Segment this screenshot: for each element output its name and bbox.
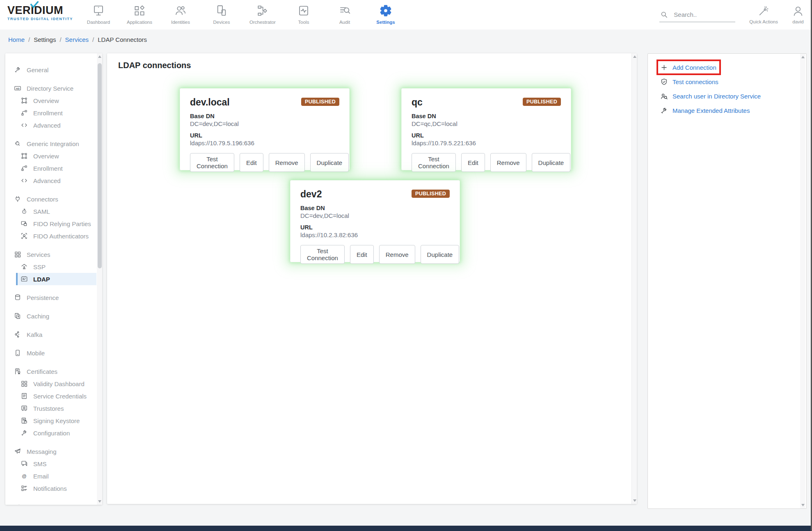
actions-scrollbar[interactable] (800, 54, 805, 508)
main-scrollbar[interactable] (631, 53, 637, 504)
scroll-up-arrow-icon[interactable] (98, 55, 101, 58)
veridium-settings-page: VERIDIUM TRUSTED DIGITAL IDENTITY Dashbo… (0, 0, 812, 531)
connection-actions-panel: Add Connection Test connections Search u… (647, 53, 807, 509)
scroll-up-arrow-icon[interactable] (801, 56, 805, 58)
device-lock-icon (21, 220, 28, 227)
sidebar-item-mobile[interactable]: Mobile (5, 347, 96, 359)
sidebar-item-saml[interactable]: SAML (5, 205, 96, 217)
actions-list: Add Connection Test connections Search u… (648, 54, 806, 116)
audit-icon (338, 4, 351, 17)
action-search-user-in-directory-service[interactable]: Search user in Directory Service (660, 91, 761, 101)
sidebar-item-advanced[interactable]: Advanced (5, 174, 96, 187)
sidebar-item-directory-service[interactable]: AD Directory Service (5, 82, 96, 94)
global-search[interactable] (659, 6, 735, 22)
sidebar-scrollbar[interactable] (97, 53, 102, 505)
base-dn-label: Base DN (300, 205, 450, 211)
tools-icon (297, 4, 310, 17)
sidebar-item-general[interactable]: General (5, 64, 96, 76)
sidebar-item-enrollment[interactable]: Enrollment (5, 107, 96, 119)
nodes-icon (21, 152, 28, 160)
duplicate-button[interactable]: Duplicate (310, 153, 349, 172)
scroll-down-arrow-icon[interactable] (801, 504, 805, 506)
search-icon (660, 11, 668, 18)
duplicate-button[interactable]: Duplicate (532, 153, 571, 172)
scrollbar-thumb[interactable] (98, 63, 102, 268)
base-dn-label: Base DN (190, 113, 339, 119)
sidebar-item-fido-authenticators[interactable]: FIDO Authenticators (5, 230, 96, 242)
sidebar-item-enrollment[interactable]: Enrollment (5, 162, 96, 174)
connection-name: qc (412, 97, 423, 108)
sidebar-item-truststores[interactable]: Truststores (5, 402, 96, 414)
sidebar-item-caching[interactable]: Caching (5, 310, 96, 322)
sidebar-item-messaging[interactable]: Messaging (5, 445, 96, 458)
nav-item-identities[interactable]: Identities (160, 2, 201, 28)
caching-icon (14, 312, 21, 320)
sidebar-item-ssp[interactable]: SSP (5, 261, 96, 273)
scroll-down-arrow-icon[interactable] (98, 500, 101, 503)
breadcrumb-home: Home (8, 36, 25, 43)
sidebar-item-connectors[interactable]: Connectors (5, 193, 96, 205)
groups-icon (14, 503, 21, 505)
duplicate-button[interactable]: Duplicate (421, 245, 460, 264)
sidebar-item-validity-dashboard[interactable]: Validity Dashboard (5, 378, 96, 390)
nav-item-audit[interactable]: Audit (324, 2, 365, 28)
sidebar-item-services[interactable]: Services (5, 248, 96, 261)
primary-nav: Dashboard Applications Identities Device… (78, 2, 406, 28)
sidebar-item-sms[interactable]: SMS (5, 458, 96, 470)
ssp-icon (21, 263, 28, 270)
sidebar-item-kafka[interactable]: Kafka (5, 328, 96, 341)
sidebar-item-persistence[interactable]: Persistence (5, 291, 96, 304)
ldap-connection-card: dev2 PUBLISHED Base DN DC=dev,DC=local U… (290, 180, 460, 262)
status-badge: PUBLISHED (523, 98, 561, 106)
sidebar-item-email[interactable]: @ Email (5, 470, 96, 482)
test-connection-button[interactable]: Test Connection (190, 153, 234, 172)
edit-button[interactable]: Edit (350, 245, 374, 264)
sidebar-item-ldap[interactable]: LDAP (16, 273, 96, 285)
sidebar-item-configuration[interactable]: Configuration (5, 427, 96, 439)
edit-button[interactable]: Edit (240, 153, 263, 172)
sidebar-item-overview[interactable]: Overview (5, 94, 96, 107)
ldap-connections-panel: LDAP connections dev.local PUBLISHED Bas… (107, 53, 637, 504)
sidebar-item-advanced[interactable]: Advanced (5, 119, 96, 131)
send-icon (14, 448, 21, 455)
remove-button[interactable]: Remove (379, 245, 415, 264)
user-menu[interactable]: david (792, 3, 804, 24)
monitor-icon (92, 4, 105, 17)
scroll-up-arrow-icon[interactable] (633, 55, 636, 58)
quick-actions-button[interactable]: Quick Actions (749, 3, 778, 24)
sidebar-item-groups-roles[interactable]: Groups & Roles (5, 501, 96, 505)
action-test-connections[interactable]: Test connections (660, 76, 718, 87)
sidebar-item-service-credentials[interactable]: Service Credentials (5, 390, 96, 402)
search-input[interactable] (674, 11, 734, 18)
remove-button[interactable]: Remove (269, 153, 305, 172)
url-value: ldaps://10.79.5.196:636 (190, 140, 339, 146)
devices-icon (215, 4, 228, 17)
action-add-connection[interactable]: Add Connection (660, 62, 716, 73)
nav-item-dashboard[interactable]: Dashboard (78, 2, 119, 28)
sidebar-item-signing-keystore[interactable]: Signing Keystore (5, 414, 96, 427)
scroll-down-arrow-icon[interactable] (633, 499, 636, 502)
nav-item-tools[interactable]: Tools (283, 2, 324, 28)
grid-icon (21, 380, 28, 387)
veridium-logo[interactable]: VERIDIUM TRUSTED DIGITAL IDENTITY (7, 5, 77, 21)
edit-button[interactable]: Edit (461, 153, 485, 172)
nav-item-orchestrator[interactable]: Orchestrator (242, 2, 283, 28)
test-connection-button[interactable]: Test Connection (412, 153, 456, 172)
ad-icon: AD (14, 85, 21, 92)
remove-button[interactable]: Remove (490, 153, 526, 172)
sidebar-item-overview[interactable]: Overview (5, 150, 96, 162)
notifications-icon (21, 485, 28, 492)
test-connection-button[interactable]: Test Connection (300, 245, 345, 264)
nav-item-applications[interactable]: Applications (119, 2, 160, 28)
sidebar-item-certificates[interactable]: Certificates (5, 365, 96, 378)
action-manage-extended-attributes[interactable]: Manage Extended Attributes (660, 105, 750, 116)
url-label: URL (190, 132, 339, 139)
nav-item-devices[interactable]: Devices (201, 2, 242, 28)
kafka-icon (14, 331, 21, 338)
sidebar-item-generic-integration[interactable]: Generic Integration (5, 137, 96, 150)
orchestrator-icon (256, 4, 269, 17)
sidebar-item-notifications[interactable]: Notifications (5, 482, 96, 494)
nav-item-settings[interactable]: Settings (365, 2, 406, 28)
sidebar-item-fido-relying-parties[interactable]: FIDO Relying Parties (5, 217, 96, 230)
bottom-bar (0, 526, 811, 531)
